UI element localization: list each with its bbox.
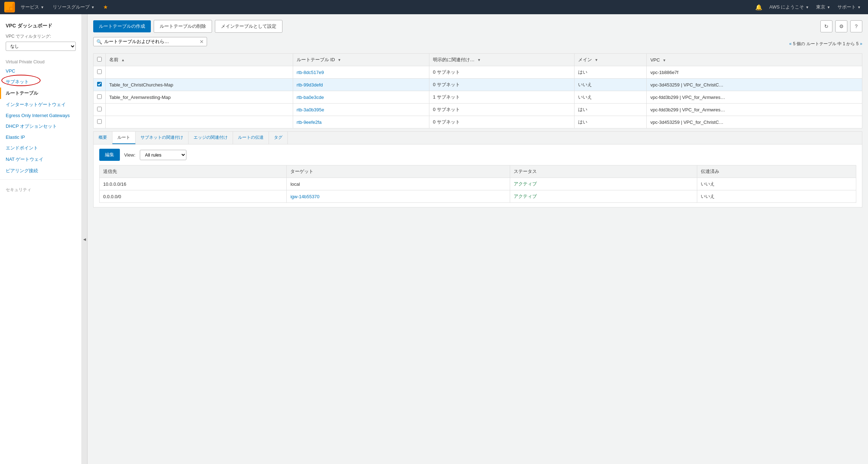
sidebar-item-endpoints[interactable]: エンドポイント <box>0 142 81 154</box>
row-checkbox[interactable] <box>97 69 102 74</box>
detail-table-row: 0.0.0.0/0igw-14b55370アクティブいいえ <box>100 190 856 203</box>
sidebar-item-egress-gateways[interactable]: Egress Only Internet Gateways <box>0 110 81 121</box>
row-route-table-id[interactable]: rtb-3a0b395e <box>293 104 429 116</box>
region-menu[interactable]: 東京 ▼ <box>813 2 833 12</box>
row-main: いいえ <box>574 91 646 104</box>
vpc-filter-select[interactable]: なし <box>6 42 76 51</box>
support-menu[interactable]: サポート ▼ <box>835 2 864 12</box>
table-row[interactable]: rtb-9eefe2fa0 サブネットはいvpc-3d453259 | VPC_… <box>94 116 862 128</box>
detail-tab-subnet-assoc[interactable]: サブネットの関連付け <box>136 132 189 144</box>
name-sort-icon: ▲ <box>121 58 125 62</box>
row-route-table-id[interactable]: rtb-9eefe2fa <box>293 116 429 128</box>
main-content: ルートテーブルの作成 ルートテーブルの削除 メインテーブルとして設定 ↻ ⚙ ?… <box>88 14 868 464</box>
help-icon: ? <box>855 23 858 29</box>
resource-group-menu[interactable]: リソースグループ ▼ <box>50 2 97 12</box>
sidebar-item-elastic-ip[interactable]: Elastic IP <box>0 132 81 142</box>
detail-target[interactable]: igw-14b55370 <box>287 190 510 203</box>
row-main: はい <box>574 66 646 79</box>
pagination-next-button[interactable]: » <box>860 41 862 46</box>
row-name <box>106 104 293 116</box>
row-checkbox[interactable] <box>97 107 102 111</box>
detail-status: アクティブ <box>510 190 697 203</box>
detail-status: アクティブ <box>510 178 697 190</box>
search-clear-button[interactable]: ✕ <box>200 39 204 44</box>
sidebar-item-peering[interactable]: ピアリング接続 <box>0 165 81 176</box>
pagination-info: « 5 個の ルートテーブル 中 1 から 5 » <box>789 41 862 47</box>
settings-button[interactable]: ⚙ <box>835 20 847 32</box>
sidebar-item-route-tables[interactable]: ルートテーブル <box>0 88 81 99</box>
detail-table-row: 10.0.0.0/16localアクティブいいえ <box>100 178 856 190</box>
aws-welcome-chevron-icon: ▼ <box>805 5 809 9</box>
name-column-header: 名前 ▲ <box>106 54 293 66</box>
sidebar-item-subnets[interactable]: サブネット <box>0 76 81 88</box>
bell-icon[interactable]: 🔔 <box>752 2 765 12</box>
svg-rect-1 <box>10 4 12 7</box>
svg-rect-0 <box>7 4 9 7</box>
sidebar-item-vpc[interactable]: VPC <box>0 66 81 76</box>
select-all-checkbox[interactable] <box>97 57 102 62</box>
detail-col-status: ステータス <box>510 165 697 178</box>
detail-tab-summary[interactable]: 概要 <box>94 132 112 144</box>
main-column-header: メイン ▼ <box>574 54 646 66</box>
svg-rect-2 <box>7 7 9 10</box>
row-checkbox[interactable] <box>97 94 102 99</box>
refresh-button[interactable]: ↻ <box>820 20 832 32</box>
sidebar-item-internet-gateways[interactable]: インターネットゲートウェイ <box>0 99 81 110</box>
row-vpc: vpc-1b886e7f <box>647 66 862 79</box>
resource-group-chevron-icon: ▼ <box>91 5 95 9</box>
settings-icon: ⚙ <box>839 23 844 29</box>
aws-welcome-menu[interactable]: AWS にようこそ ▼ <box>767 2 812 12</box>
sidebar-item-dhcp[interactable]: DHCP オプションセット <box>0 121 81 132</box>
row-main: はい <box>574 104 646 116</box>
search-icon: 🔍 <box>96 39 102 44</box>
edit-button[interactable]: 編集 <box>99 149 120 161</box>
sidebar: VPC ダッシュボード VPC でフィルタリング: なし Virtual Pri… <box>0 14 82 464</box>
sidebar-item-nat-gateway[interactable]: NAT ゲートウェイ <box>0 154 81 165</box>
detail-tab-edge-assoc[interactable]: エッジの関連付け <box>189 132 233 144</box>
row-route-table-id[interactable]: rtb-99d3defd <box>293 79 429 91</box>
bookmark-icon[interactable]: ★ <box>100 2 111 12</box>
main-sort-icon: ▼ <box>595 58 598 62</box>
services-menu[interactable]: サービス ▼ <box>18 2 47 12</box>
filter-label: VPC でフィルタリング: <box>0 32 81 40</box>
sidebar-collapse-handle[interactable]: ◀ <box>82 14 88 464</box>
detail-destination: 0.0.0.0/0 <box>100 190 287 203</box>
support-chevron-icon: ▼ <box>857 5 861 9</box>
detail-col-target: ターゲット <box>287 165 510 178</box>
explicit-sort-icon: ▼ <box>477 58 481 62</box>
row-name <box>106 66 293 79</box>
vpc-column-header: VPC ▼ <box>647 54 862 66</box>
detail-target[interactable]: local <box>287 178 510 190</box>
pagination-prev-button[interactable]: « <box>789 41 792 46</box>
help-button[interactable]: ? <box>850 20 862 32</box>
row-route-table-id[interactable]: rtb-8dc517e9 <box>293 66 429 79</box>
set-main-table-button[interactable]: メインテーブルとして設定 <box>215 20 282 33</box>
table-row[interactable]: rtb-8dc517e90 サブネットはいvpc-1b886e7f <box>94 66 862 79</box>
create-route-table-button[interactable]: ルートテーブルの作成 <box>93 20 151 32</box>
table-row[interactable]: Table_for_Aremwrestling-Maprtb-ba0e3cde1… <box>94 91 862 104</box>
row-checkbox[interactable] <box>97 82 102 86</box>
vpc-sort-icon: ▼ <box>663 58 666 62</box>
row-explicit-assoc: 0 サブネット <box>429 66 575 79</box>
delete-route-table-button[interactable]: ルートテーブルの削除 <box>154 20 212 33</box>
detail-content: 編集 View: All rulesCustom rulesInbound ru… <box>94 144 862 207</box>
search-input[interactable] <box>104 39 197 44</box>
table-row[interactable]: Table_for_ChristChurches-Maprtb-99d3defd… <box>94 79 862 91</box>
detail-tab-route-propagation[interactable]: ルートの伝達 <box>233 132 269 144</box>
table-row[interactable]: rtb-3a0b395e0 サブネットはいvpc-fdd3b299 | VPC_… <box>94 104 862 116</box>
detail-col-destination: 送信先 <box>100 165 287 178</box>
detail-tabs: 概要ルートサブネットの関連付けエッジの関連付けルートの伝達タグ <box>94 132 862 144</box>
row-main: はい <box>574 116 646 128</box>
route-tables-table: 名前 ▲ ルートテーブル ID ▼ 明示的に関連付け… ▼ メイン ▼ VPC … <box>93 53 862 128</box>
row-name: Table_for_Aremwrestling-Map <box>106 91 293 104</box>
detail-tab-routes[interactable]: ルート <box>112 132 136 144</box>
row-route-table-id[interactable]: rtb-ba0e3cde <box>293 91 429 104</box>
top-navigation: サービス ▼ リソースグループ ▼ ★ 🔔 AWS にようこそ ▼ 東京 ▼ サ… <box>0 0 868 14</box>
search-bar: 🔍 ✕ <box>93 37 207 46</box>
explicit-assoc-column-header: 明示的に関連付け… ▼ <box>429 54 575 66</box>
view-select[interactable]: All rulesCustom rulesInbound rulesOutbou… <box>140 150 186 160</box>
vpc-section-title: Virtual Private Cloud <box>0 55 81 66</box>
row-checkbox[interactable] <box>97 119 102 124</box>
detail-tab-tags[interactable]: タグ <box>269 132 288 144</box>
refresh-icon: ↻ <box>824 23 829 29</box>
